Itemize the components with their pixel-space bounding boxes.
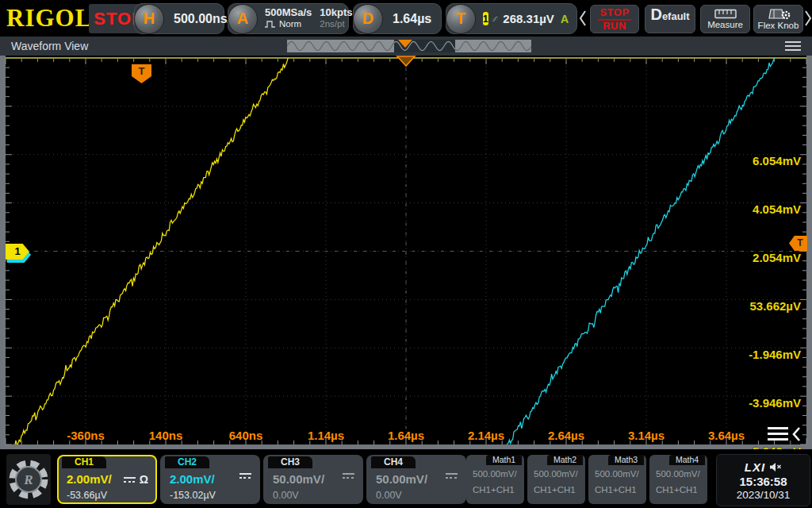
time-label: 2.64µs [534,429,598,442]
time-label: 140ns [134,429,197,442]
horizontal-knob[interactable]: H [134,4,164,34]
gear-icon: R [9,457,48,502]
trigger-level-value: 268.31µV [503,12,554,25]
rigol-logo: RIGOL [6,4,92,33]
dc-coupling-icon [343,473,354,479]
channel-scale: 50.00mV/ [273,472,324,486]
math-tab: Math2 [547,455,583,465]
clock-time: 15:36:58 [717,475,810,488]
channel-box-ch1[interactable]: CH1 2.00mV/ Ω -53.66µV [57,455,157,504]
math-box-math1[interactable]: Math1 500.00mV/ CH1+CH1 [466,455,524,504]
lxi-logo: LXI [745,460,765,474]
trigger-sweep-indicator: A [561,13,569,25]
top-bar: RIGOL STOP H 500.00ns/ A 500MSa/s Norm 1… [0,0,812,37]
waveform-overview-strip[interactable] [287,40,531,52]
time-label: 640ns [214,429,278,442]
oscilloscope-screen: RIGOL STOP H 500.00ns/ A 500MSa/s Norm 1… [0,0,812,508]
measure-button[interactable]: Measure [700,5,750,33]
time-label: 3.64µs [695,429,758,442]
view-menu-icon[interactable] [785,41,801,51]
rising-edge-icon [492,10,499,29]
flex-knob-button[interactable]: Flex Knob [753,5,803,33]
dc-coupling-icon [124,477,136,483]
time-label: 1.64µs [374,429,438,442]
stop-run-button[interactable]: STOP RUN [590,5,639,33]
bottom-bar: R CH1 2.00mV/ Ω -53.66µV CH2 2.00mV/ -15… [0,449,812,508]
math-scale: 500.00mV/ [534,469,578,479]
channel-tab: CH2 [165,456,209,468]
math-tab: Math1 [486,455,522,465]
channel-box-ch2[interactable]: CH2 2.00mV/ -153.02µV [160,455,260,504]
acquisition-knob[interactable]: A [228,4,258,34]
math-scale: 500.00mV/ [656,469,700,479]
waveform-view-titlebar: Waveform View [0,37,812,56]
stop-run-label-bottom: RUN [603,21,626,32]
horizontal-scale-control[interactable]: H 500.00ns/ [134,3,224,34]
delay-control[interactable]: D 1.64µs [353,3,442,34]
scroll-right-icon[interactable] [803,10,812,27]
stop-run-label-top: STOP [598,7,630,21]
acquire-mode: Norm [279,19,301,29]
voltage-label: 4.054mV [730,202,801,216]
dc-coupling-icon [446,473,458,479]
dc-coupling-icon [239,473,251,479]
sound-muted-icon [769,462,782,472]
math-expression: CH1+CH1 [656,485,698,495]
trigger-control[interactable]: T 1 268.31µV A [446,3,577,34]
collapse-menu-icon[interactable] [768,424,801,444]
default-label-initial: D [650,6,661,24]
channel-tab: CH1 [62,456,106,468]
delay-knob[interactable]: D [353,4,383,34]
trigger-source-badge: 1 [483,12,488,25]
voltage-label: 6.054mV [730,154,801,167]
channel-scale: 2.00mV/ [170,472,215,486]
clock-date: 2023/10/31 [717,489,810,501]
math-expression: CH1+CH1 [534,485,576,495]
channel-scale: 50.00mV/ [376,472,427,486]
view-title: Waveform View [11,40,88,52]
measure-label: Measure [707,20,743,29]
flex-knob-icon [767,8,791,20]
system-status-box[interactable]: LXI 15:36:58 2023/10/31 [716,454,810,506]
math-box-math2[interactable]: Math2 500.00mV/ CH1+CH1 [527,455,585,504]
default-button[interactable]: Default [645,5,695,33]
time-label: 2.14µs [454,429,518,442]
ruler-icon [714,9,737,19]
time-label: 1.14µs [294,429,358,442]
waveform-display[interactable]: 6.054mV 4.054mV 2.054mV 53.662µV -1.946m… [0,56,812,449]
voltage-label: -1.946mV [730,348,801,361]
channel-tab: CH4 [371,456,416,468]
scroll-left-icon[interactable] [578,10,588,27]
time-label: -360ns [54,429,117,442]
voltage-label: -3.946mV [730,396,801,410]
memory-depth: 10kpts [320,7,352,19]
math-expression: CH1+CH1 [595,485,637,495]
time-label: 3.14µs [615,429,678,442]
time-per-point: 2ns/pt [320,19,352,29]
sample-rate: 500MSa/s [265,7,312,19]
math-box-math4[interactable]: Math4 500.00mV/ CH1+CH1 [649,455,707,504]
channel-box-ch4[interactable]: CH4 50.00mV/ 0.00V [366,455,466,504]
channel-offset: 0.00V [376,490,402,501]
voltage-label: 2.054mV [730,251,801,264]
math-tab: Math3 [608,455,644,465]
math-scale: 500.00mV/ [473,469,517,479]
rigol-gear-logo[interactable]: R [6,454,51,505]
channel-tab: CH3 [268,456,312,468]
channel-offset: 0.00V [273,490,299,501]
channel-offset: -153.02µV [170,490,216,501]
math-box-math3[interactable]: Math3 500.00mV/ CH1+CH1 [588,455,646,504]
flex-knob-label: Flex Knob [758,21,799,30]
impedance-label: Ω [140,473,148,486]
channel-offset: -53.66µV [67,490,107,501]
graticule [0,56,812,449]
voltage-label: 53.662µV [730,299,801,313]
channel-scale: 2.00mV/ [67,472,112,486]
math-scale: 500.00mV/ [595,469,639,479]
acquisition-control[interactable]: A 500MSa/s Norm 10kpts 2ns/pt [228,3,349,34]
trigger-knob[interactable]: T [446,4,476,34]
math-tab: Math4 [669,455,705,465]
delay-value: 1.64µs [393,12,431,26]
pulse-icon [265,21,276,28]
channel-box-ch3[interactable]: CH3 50.00mV/ 0.00V [263,455,363,504]
